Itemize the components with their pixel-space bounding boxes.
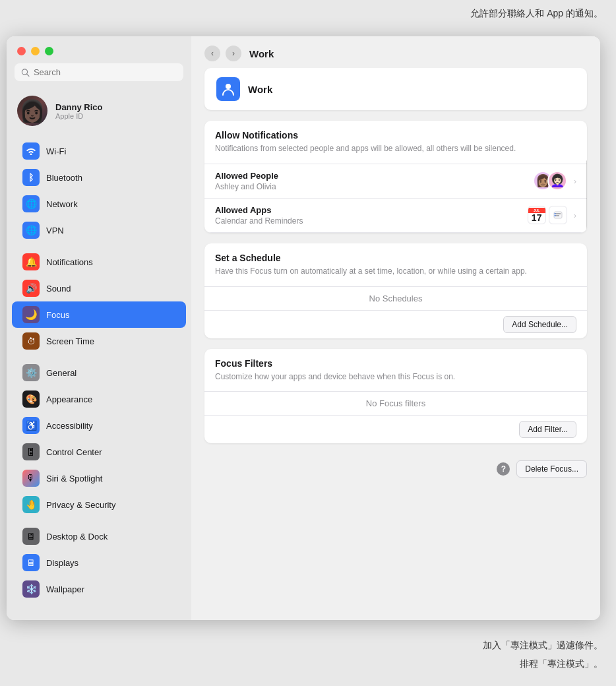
allowed-people-row[interactable]: Allowed People Ashley and Olivia 👩🏽 👩🏻‍🦱… (204, 164, 587, 199)
focus-header-card: Work (204, 68, 587, 110)
reminders-app-icon (549, 206, 567, 224)
sidebar-item-network[interactable]: 🌐 Network (12, 191, 186, 217)
allow-notifications-title: Allow Notifications (215, 130, 576, 140)
main-content: ‹ › Work Work Allow Notifications (191, 36, 600, 620)
wifi-icon (22, 142, 40, 160)
focus-filters-section: Focus Filters Customize how your apps an… (204, 349, 587, 444)
appearance-icon: 🎨 (22, 390, 40, 408)
annotation-bottom-2: 排程「專注模式」。 (483, 654, 603, 673)
allowed-apps-title: Allowed Apps (215, 205, 303, 215)
sidebar-item-focus[interactable]: 🌙 Focus (12, 301, 186, 328)
allow-notifications-row: Allow Notifications Notifications from s… (204, 121, 587, 164)
accessibility-icon: ♿ (22, 417, 40, 434)
people-avatars: 👩🏽 👩🏻‍🦱 (533, 171, 567, 191)
focus-header-title: Work (248, 84, 272, 95)
allowed-people-right: 👩🏽 👩🏻‍🦱 › (533, 171, 576, 191)
general-label: General (46, 368, 77, 378)
sidebar-item-appearance[interactable]: 🎨 Appearance (12, 386, 186, 412)
svg-rect-3 (554, 212, 562, 218)
schedule-title: Set a Schedule (215, 253, 576, 263)
sidebar-item-bluetooth[interactable]: ᛒ Bluetooth (12, 164, 186, 191)
allowed-apps-row[interactable]: Allowed Apps Calendar and Reminders JUL … (204, 199, 587, 233)
desktop-label: Desktop & Dock (46, 532, 108, 542)
sidebar-item-controlcenter[interactable]: 🎛 Control Center (12, 439, 186, 465)
allowed-people-chevron: › (574, 176, 576, 186)
focus-filters-subtitle: Customize how your apps and device behav… (215, 371, 576, 383)
controlcenter-label: Control Center (46, 447, 102, 457)
forward-button[interactable]: › (226, 46, 241, 61)
sidebar-item-siri[interactable]: 🎙 Siri & Spotlight (12, 465, 186, 491)
no-schedules-label: No Schedules (204, 287, 587, 311)
appearance-label: Appearance (46, 394, 92, 404)
sidebar-item-accessibility[interactable]: ♿ Accessibility (12, 412, 186, 439)
svg-point-6 (554, 213, 555, 214)
minimize-button[interactable] (31, 47, 40, 55)
network-icon: 🌐 (22, 195, 40, 212)
svg-line-1 (27, 74, 29, 76)
sidebar-item-wifi[interactable]: Wi-Fi (12, 138, 186, 164)
page-title: Work (249, 48, 274, 59)
add-filter-button[interactable]: Add Filter... (519, 421, 576, 438)
main-window: 👩🏿 Danny Rico Apple ID Wi-Fi ᛒ Bluetooth (7, 36, 600, 620)
annotation-top: 允許部分聯絡人和 App 的通知。 (470, 7, 603, 20)
schedule-subtitle: Have this Focus turn on automatically at… (215, 266, 576, 277)
search-bar[interactable] (15, 63, 183, 81)
allowed-apps-chevron: › (574, 210, 576, 220)
search-icon (21, 68, 30, 77)
fullscreen-button[interactable] (45, 47, 53, 55)
avatar: 👩🏿 (17, 96, 47, 126)
sidebar: 👩🏿 Danny Rico Apple ID Wi-Fi ᛒ Bluetooth (7, 36, 191, 620)
siri-icon: 🎙 (22, 470, 40, 487)
user-profile[interactable]: 👩🏿 Danny Rico Apple ID (7, 89, 191, 135)
screentime-label: Screen Time (46, 336, 94, 346)
wifi-label: Wi-Fi (46, 146, 66, 156)
allow-notifications-subtitle: Notifications from selected people and a… (215, 143, 576, 154)
bluetooth-icon: ᛒ (22, 169, 40, 186)
close-button[interactable] (17, 47, 26, 55)
annotation-bottom-1: 加入「專注模式」過濾條件。 (483, 636, 603, 654)
privacy-icon: 🤚 (22, 496, 40, 513)
sidebar-item-privacy[interactable]: 🤚 Privacy & Security (12, 491, 186, 518)
sound-icon: 🔊 (22, 280, 40, 297)
svg-point-2 (226, 84, 231, 89)
back-button[interactable]: ‹ (204, 46, 220, 61)
annotation-bottom: 加入「專注模式」過濾條件。 排程「專注模式」。 (483, 636, 603, 673)
sidebar-item-displays[interactable]: 🖥 Displays (12, 549, 186, 576)
bluetooth-label: Bluetooth (46, 173, 82, 183)
sidebar-item-wallpaper[interactable]: ❄️ Wallpaper (12, 576, 186, 602)
traffic-lights (7, 36, 191, 63)
wallpaper-label: Wallpaper (46, 584, 84, 594)
sidebar-item-vpn[interactable]: 🌐 VPN (12, 217, 186, 243)
sidebar-item-desktop[interactable]: 🖥 Desktop & Dock (12, 523, 186, 549)
wallpaper-icon: ❄️ (22, 580, 40, 598)
notifications-label: Notifications (46, 257, 93, 267)
allow-notifications-section: Allow Notifications Notifications from s… (204, 121, 587, 233)
sidebar-item-notifications[interactable]: 🔔 Notifications (12, 249, 186, 275)
user-name: Danny Rico (55, 102, 103, 112)
focus-icon: 🌙 (22, 306, 40, 323)
sidebar-item-general[interactable]: ⚙️ General (12, 359, 186, 386)
allowed-people-left: Allowed People Ashley and Olivia (215, 171, 278, 191)
scroll-content[interactable]: Work Allow Notifications Notifications f… (191, 68, 600, 620)
accessibility-label: Accessibility (46, 421, 93, 431)
focus-filters-title: Focus Filters (215, 358, 576, 369)
focus-filters-header-row: Focus Filters Customize how your apps an… (204, 349, 587, 392)
delete-focus-button[interactable]: Delete Focus... (516, 460, 587, 478)
avatar-olivia: 👩🏻‍🦱 (547, 171, 567, 191)
network-label: Network (46, 199, 78, 209)
add-filter-row: Add Filter... (204, 416, 587, 443)
screentime-icon: ⏱ (22, 332, 40, 350)
search-input[interactable] (34, 67, 177, 77)
focus-header-icon (216, 77, 240, 101)
sidebar-section-desktop: 🖥 Desktop & Dock 🖥 Displays ❄️ Wallpaper (7, 520, 191, 605)
sidebar-section-network: Wi-Fi ᛒ Bluetooth 🌐 Network 🌐 VPN (7, 135, 191, 246)
privacy-label: Privacy & Security (46, 500, 115, 510)
siri-label: Siri & Spotlight (46, 474, 102, 483)
desktop-icon: 🖥 (22, 528, 40, 545)
help-button[interactable]: ? (497, 462, 510, 476)
add-schedule-button[interactable]: Add Schedule... (503, 316, 576, 333)
sidebar-item-screentime[interactable]: ⏱ Screen Time (12, 328, 186, 354)
allowed-apps-subtitle: Calendar and Reminders (215, 216, 303, 226)
svg-point-7 (554, 215, 555, 216)
sidebar-item-sound[interactable]: 🔊 Sound (12, 275, 186, 301)
